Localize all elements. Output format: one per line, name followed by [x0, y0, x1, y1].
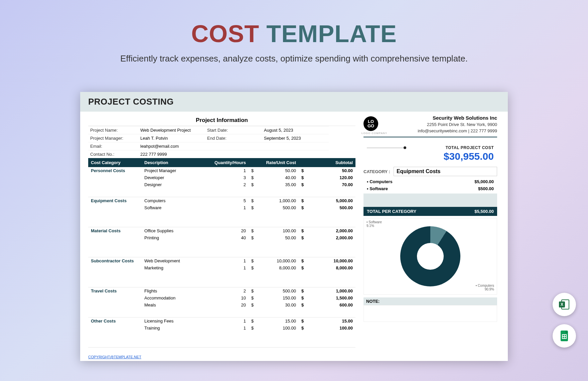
th-subtotal: Subtotal: [299, 158, 355, 167]
desc-cell[interactable]: Accommodation: [142, 294, 205, 301]
copyright-link[interactable]: COPYRIGHT@TEMPLATE.NET: [88, 355, 141, 359]
desc-cell[interactable]: Training: [142, 325, 205, 332]
subtotal-cell: $5,000.00: [299, 197, 355, 204]
rate-cell[interactable]: $1,000.00: [249, 197, 299, 204]
total-per-category: TOTAL PER CATEGORY $5,500.00: [363, 207, 497, 216]
desc-cell[interactable]: Printing: [142, 234, 205, 241]
category-name: Subcontractor Costs: [88, 257, 142, 271]
qty-cell[interactable]: 1: [205, 204, 249, 211]
qty-cell[interactable]: 5: [205, 197, 249, 204]
desc-cell[interactable]: Developer: [142, 174, 205, 181]
sheet-title: PROJECT COSTING: [80, 92, 508, 112]
total-label: TOTAL PROJECT COST: [367, 145, 494, 150]
subtotal-cell: $2,000.00: [299, 234, 355, 241]
category-dropdown[interactable]: Equipment Costs: [394, 167, 497, 176]
desc-cell[interactable]: Software: [142, 204, 205, 211]
category-name: Material Costs: [88, 227, 142, 241]
qty-cell[interactable]: 1: [205, 257, 249, 264]
rate-cell[interactable]: $40.00: [249, 174, 299, 181]
th-description: Description: [142, 158, 205, 167]
title-word-2: TEMPLATE: [266, 20, 397, 47]
subtotal-cell: $70.00: [299, 181, 355, 188]
note-label: NOTE:: [363, 297, 497, 305]
qty-cell[interactable]: 20: [205, 301, 249, 308]
qty-cell[interactable]: 2: [205, 287, 249, 294]
sheets-icon[interactable]: [553, 324, 576, 348]
desc-cell[interactable]: Office Supplies: [142, 227, 205, 234]
qty-cell[interactable]: 2: [205, 181, 249, 188]
rate-cell[interactable]: $10,000.00: [249, 257, 299, 264]
desc-cell[interactable]: Project Manager: [142, 167, 205, 174]
desc-cell[interactable]: Computers: [142, 197, 205, 204]
qty-cell[interactable]: 10: [205, 294, 249, 301]
breakdown-filler: [363, 194, 497, 207]
cost-category-block: Subcontractor CostsWeb Development1$10,0…: [88, 257, 355, 287]
rate-cell[interactable]: $500.00: [249, 204, 299, 211]
value-contact[interactable]: 222 777 9999: [138, 150, 205, 158]
qty-cell[interactable]: 1: [205, 264, 249, 271]
value-end-date[interactable]: September 5, 2023: [262, 134, 329, 142]
value-start-date[interactable]: August 5, 2023: [262, 126, 329, 134]
qty-cell[interactable]: 3: [205, 174, 249, 181]
rate-cell[interactable]: $100.00: [249, 227, 299, 234]
category-name: Equipment Costs: [88, 197, 142, 211]
qty-cell[interactable]: 20: [205, 227, 249, 234]
qty-cell[interactable]: 1: [205, 325, 249, 332]
rate-cell[interactable]: $8,000.00: [249, 264, 299, 271]
category-label: CATEGORY :: [363, 169, 390, 174]
th-category: Cost Category: [88, 158, 142, 167]
cost-category-block: Equipment CostsComputers5$1,000.00$5,000…: [88, 197, 355, 227]
subtotal-cell: $15.00: [299, 318, 355, 325]
desc-cell[interactable]: Marketing: [142, 264, 205, 271]
hero: COST TEMPLATE Efficiently track expenses…: [0, 0, 588, 64]
page-title: COST TEMPLATE: [0, 20, 588, 47]
subtotal-cell: $50.00: [299, 167, 355, 174]
donut-icon: [400, 226, 460, 286]
qty-cell[interactable]: 40: [205, 234, 249, 241]
company-block: LO GO LOGO COMPANY Security Web Solution…: [363, 115, 497, 137]
logo-icon: LO GO: [363, 116, 378, 131]
cost-table-header: Cost Category Description Quantity/Hours…: [88, 158, 355, 167]
value-project-name[interactable]: Web Development Project: [138, 126, 205, 134]
cost-category-block: Travel CostsFlights2$500.00$1,000.00Acco…: [88, 287, 355, 318]
rate-cell[interactable]: $150.00: [249, 294, 299, 301]
category-name: Other Costs: [88, 318, 142, 332]
qty-cell[interactable]: 1: [205, 167, 249, 174]
label-contact: Contact No.:: [88, 150, 138, 158]
rate-cell[interactable]: $30.00: [249, 301, 299, 308]
value-project-manager[interactable]: Leah T. Potvin: [138, 134, 205, 142]
spreadsheet-preview: PROJECT COSTING Project Information Proj…: [80, 92, 508, 361]
company-name: Security Web Solutions Inc: [363, 115, 497, 121]
subtotal-cell: $1,500.00: [299, 294, 355, 301]
th-quantity: Quantity/Hours: [205, 158, 249, 167]
rate-cell[interactable]: $500.00: [249, 287, 299, 294]
category-breakdown: • Computers$5,000.00 • Software$500.00: [363, 178, 497, 207]
rate-cell[interactable]: $15.00: [249, 318, 299, 325]
desc-cell[interactable]: Meals: [142, 301, 205, 308]
subtotal-cell: $500.00: [299, 204, 355, 211]
note-body[interactable]: [363, 305, 497, 322]
desc-cell[interactable]: Web Development: [142, 257, 205, 264]
rate-cell[interactable]: $50.00: [249, 234, 299, 241]
value-email[interactable]: leahpot@email.com: [138, 142, 205, 150]
th-rate: Rate/Unit Cost: [249, 158, 299, 167]
cost-category-block: Material CostsOffice Supplies20$100.00$2…: [88, 227, 355, 257]
donut-label-computers: • Computers90.9%: [476, 284, 494, 291]
excel-icon[interactable]: X: [553, 293, 576, 316]
category-name: Travel Costs: [88, 287, 142, 308]
category-name: Personnel Costs: [88, 167, 142, 188]
desc-cell[interactable]: Flights: [142, 287, 205, 294]
desc-cell[interactable]: Licensing Fees: [142, 318, 205, 325]
subtotal-cell: $10,000.00: [299, 257, 355, 264]
subtotal-cell: $8,000.00: [299, 264, 355, 271]
label-email: Email:: [88, 142, 138, 150]
project-info-grid: Project Name: Web Development Project St…: [88, 126, 355, 158]
left-column: Project Information Project Name: Web De…: [88, 115, 355, 348]
rate-cell[interactable]: $100.00: [249, 325, 299, 332]
desc-cell[interactable]: Designer: [142, 181, 205, 188]
rate-cell[interactable]: $50.00: [249, 167, 299, 174]
project-info-title: Project Information: [88, 115, 355, 126]
label-project-name: Project Name:: [88, 126, 138, 134]
rate-cell[interactable]: $35.00: [249, 181, 299, 188]
qty-cell[interactable]: 1: [205, 318, 249, 325]
